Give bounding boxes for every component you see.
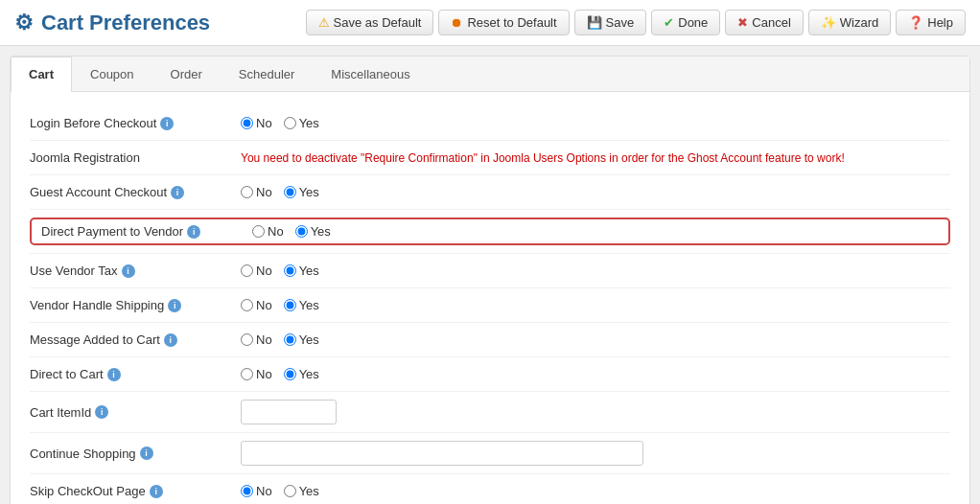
row-skip-checkout: Skip CheckOut Page i No Yes [30,474,950,504]
tab-bar: Cart Coupon Order Scheduler Miscellaneou… [11,57,969,92]
row-vendor-handle-shipping: Vendor Handle Shipping i No Yes [30,288,950,323]
row-use-vendor-tax: Use Vendor Tax i No Yes [30,254,950,288]
radio-direct-cart-no[interactable]: No [241,367,272,381]
tab-cart[interactable]: Cart [11,57,72,92]
info-skip-checkout[interactable]: i [150,485,163,498]
row-cart-itemid: Cart ItemId i [30,392,950,433]
info-vendor-shipping[interactable]: i [168,299,181,312]
warning-icon: ⚠ [318,15,330,30]
radio-login-yes[interactable]: Yes [284,116,319,130]
gear-icon: ⚙ [14,11,34,35]
tab-coupon[interactable]: Coupon [72,57,152,91]
info-continue-shopping[interactable]: i [140,447,153,460]
save-icon: 💾 [587,15,602,30]
save-button[interactable]: 💾 Save [574,10,647,35]
info-message-cart[interactable]: i [164,333,177,347]
reset-icon: ⏺ [451,15,463,30]
tab-order[interactable]: Order [152,57,221,91]
continue-shopping-input[interactable] [241,441,643,466]
help-button[interactable]: ❓ Help [896,10,966,35]
radio-direct-cart-yes[interactable]: Yes [284,367,319,381]
info-guest-account[interactable]: i [171,186,184,199]
radio-message-cart-yes[interactable]: Yes [284,332,319,347]
save-as-default-button[interactable]: ⚠ Save as Default [306,10,434,35]
wizard-icon: ✨ [821,15,836,30]
radio-vendor-tax-no[interactable]: No [241,263,272,278]
page-title: ⚙ Cart Preferences [14,11,296,35]
row-joomla-registration: Joomla Registration You need to deactiva… [30,141,950,175]
help-icon: ❓ [908,15,923,30]
info-direct-cart[interactable]: i [107,368,121,381]
done-icon: ✔ [664,15,674,30]
cancel-icon: ✖ [737,15,748,30]
radio-skip-checkout-yes[interactable]: Yes [284,484,319,498]
radio-message-cart-no[interactable]: No [241,332,272,347]
info-login-before-checkout[interactable]: i [160,117,174,130]
main-content: Cart Coupon Order Scheduler Miscellaneou… [10,56,970,504]
radio-login-no[interactable]: No [241,116,272,130]
radio-vendor-tax-yes[interactable]: Yes [284,263,319,278]
radio-skip-checkout-no[interactable]: No [241,484,272,498]
done-button[interactable]: ✔ Done [651,10,720,35]
radio-guest-yes[interactable]: Yes [284,185,319,199]
form-area: Login Before Checkout i No Yes Joomla Re… [11,92,969,504]
reset-to-default-button[interactable]: ⏺ Reset to Default [438,10,569,35]
radio-vendor-shipping-no[interactable]: No [241,298,272,312]
wizard-button[interactable]: ✨ Wizard [808,10,891,35]
info-vendor-tax[interactable]: i [122,264,135,278]
joomla-warning-text: You need to deactivate "Require Confirma… [241,151,845,165]
toolbar: ⚠ Save as Default ⏺ Reset to Default 💾 S… [306,10,966,35]
radio-direct-payment-no[interactable]: No [252,224,284,239]
row-message-added-cart: Message Added to Cart i No Yes [30,323,950,357]
info-cart-itemid[interactable]: i [95,405,108,419]
cancel-button[interactable]: ✖ Cancel [725,10,803,35]
radio-direct-payment-yes[interactable]: Yes [295,224,331,239]
row-direct-payment: Direct Payment to Vendor i No Yes [30,210,950,254]
tab-miscellaneous[interactable]: Miscellaneous [313,57,428,91]
radio-guest-no[interactable]: No [241,185,272,199]
row-direct-to-cart: Direct to Cart i No Yes [30,357,950,392]
radio-vendor-shipping-yes[interactable]: Yes [284,298,319,312]
highlighted-direct-payment: Direct Payment to Vendor i No Yes [30,218,950,245]
cart-itemid-input[interactable] [241,400,337,424]
tab-scheduler[interactable]: Scheduler [221,57,314,91]
info-direct-payment[interactable]: i [187,225,200,239]
row-guest-account: Guest Account Checkout i No Yes [30,175,950,210]
row-login-before-checkout: Login Before Checkout i No Yes [30,106,950,141]
row-continue-shopping: Continue Shopping i [30,433,950,474]
